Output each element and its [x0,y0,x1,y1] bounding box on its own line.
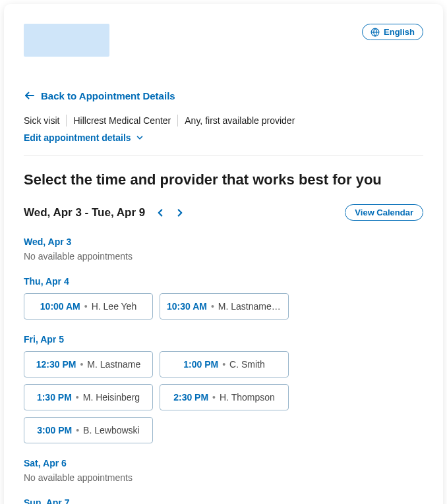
slot-time: 2:30 PM [173,392,208,403]
chevron-right-icon [174,207,186,219]
appointment-slot[interactable]: 2:30 PM•H. Thompson [160,384,289,410]
view-calendar-button[interactable]: View Calendar [345,204,423,221]
day-block: Thu, Apr 410:00 AM•H. Lee Yeh10:30 AM•M.… [24,276,423,320]
appointment-slot[interactable]: 1:30 PM•M. Heisinberg [24,384,153,410]
back-label: Back to Appointment Details [41,90,175,101]
bullet-icon: • [76,425,79,435]
slot-provider: M. Lastname [87,359,140,370]
prev-week-button[interactable] [154,207,166,219]
bullet-icon: • [80,359,83,370]
bullet-icon: • [212,392,216,403]
slot-provider: H. Thompson [220,392,275,403]
slot-provider: H. Lee Yeh [92,301,137,312]
slot-grid: 10:00 AM•H. Lee Yeh10:30 AM•M. Lastnamer… [24,293,423,320]
day-label: Sat, Apr 6 [24,458,423,468]
chevron-left-icon [154,207,166,219]
bullet-icon: • [211,301,214,312]
date-nav-arrows [154,207,186,219]
slot-time: 3:00 PM [37,425,72,435]
meta-visit-type: Sick visit [24,115,59,126]
day-block: Sun, Apr 7No available appointments [24,497,423,504]
slot-time: 10:00 AM [40,301,80,312]
header-row: English [24,24,423,57]
bullet-icon: • [84,301,88,312]
arrow-left-icon [24,90,36,101]
page-title: Select the time and provider that works … [24,171,423,188]
slot-provider: M. Lastnamereal... [218,301,282,312]
day-label: Fri, Apr 5 [24,334,423,345]
day-label: Sun, Apr 7 [24,497,423,504]
slot-time: 1:30 PM [37,392,72,403]
meta-divider [177,115,178,126]
appointment-slot[interactable]: 3:00 PM•B. Lewbowski [24,417,153,443]
bullet-icon: • [222,359,225,370]
back-link[interactable]: Back to Appointment Details [24,90,175,101]
slot-provider: C. Smith [229,359,265,370]
slot-provider: M. Heisinberg [83,392,140,403]
appointment-slot[interactable]: 1:00 PM•C. Smith [160,351,289,378]
logo-placeholder [24,24,109,57]
edit-appointment-link[interactable]: Edit appointment details [24,132,144,143]
range-left: Wed, Apr 3 - Tue, Apr 9 [24,206,186,219]
language-label: English [384,27,415,37]
appointment-card: English Back to Appointment Details Sick… [4,4,443,504]
divider [24,155,423,155]
date-range-row: Wed, Apr 3 - Tue, Apr 9 View Calendar [24,204,423,221]
globe-icon [371,28,380,37]
language-selector[interactable]: English [362,24,423,40]
day-block: Wed, Apr 3No available appointments [24,237,423,262]
day-label: Thu, Apr 4 [24,276,423,287]
slot-provider: B. Lewbowski [83,425,140,435]
meta-divider [66,115,67,126]
appointment-slot[interactable]: 10:00 AM•H. Lee Yeh [24,293,153,320]
slot-time: 12:30 PM [36,359,76,370]
meta-provider-pref: Any, first available provider [185,115,295,126]
chevron-down-icon [135,133,144,142]
day-label: Wed, Apr 3 [24,237,423,247]
meta-location: Hillcrest Medical Center [73,115,171,126]
day-block: Sat, Apr 6No available appointments [24,458,423,483]
no-appointments-text: No available appointments [24,251,423,262]
days-container: Wed, Apr 3No available appointmentsThu, … [24,237,423,504]
slot-grid: 12:30 PM•M. Lastname1:00 PM•C. Smith1:30… [24,351,423,443]
bullet-icon: • [76,392,79,403]
slot-time: 10:30 AM [167,301,207,312]
day-block: Fri, Apr 512:30 PM•M. Lastname1:00 PM•C.… [24,334,423,443]
next-week-button[interactable] [174,207,186,219]
date-range-label: Wed, Apr 3 - Tue, Apr 9 [24,206,145,219]
edit-label: Edit appointment details [24,132,131,143]
appointment-slot[interactable]: 10:30 AM•M. Lastnamereal... [160,293,289,320]
appointment-slot[interactable]: 12:30 PM•M. Lastname [24,351,153,378]
slot-time: 1:00 PM [183,359,218,370]
appointment-meta: Sick visit Hillcrest Medical Center Any,… [24,115,423,126]
no-appointments-text: No available appointments [24,472,423,483]
